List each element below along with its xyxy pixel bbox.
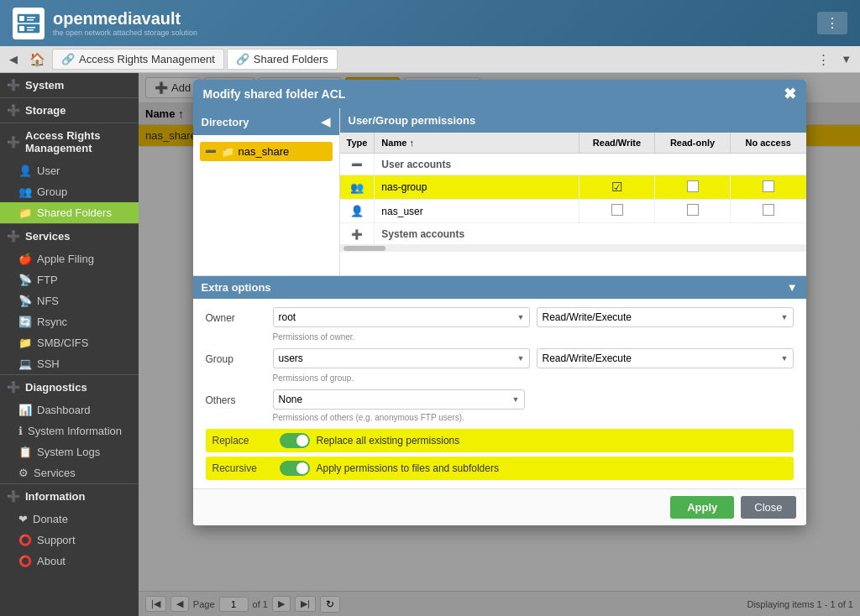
sidebar-item-nfs-label: NFS (37, 295, 59, 307)
sidebar-item-rsync[interactable]: 🔄 Rsync (0, 311, 139, 332)
sidebar-item-ssh[interactable]: 💻 SSH (0, 353, 139, 374)
sidebar: ➕ System ➕ Storage ➕ Access Rights Manag… (0, 73, 139, 616)
noaccess-col-header: No access (731, 133, 806, 154)
sidebar-item-user-label: User (37, 164, 60, 177)
sidebar-item-services-diag[interactable]: ⚙ Services (0, 462, 139, 483)
perm-panel-header: User/Group permissions (340, 108, 806, 133)
tab-home[interactable]: 🏠 (23, 52, 52, 67)
sidebar-item-support[interactable]: ⭕ Support (0, 530, 139, 551)
unchecked-na-icon (763, 204, 774, 216)
system-accounts-icon-cell: ➕ (340, 223, 375, 245)
owner-hint: Permissions of owner. (206, 332, 794, 342)
sidebar-item-donate[interactable]: ❤ Donate (0, 509, 139, 530)
sidebar-item-ftp-label: FTP (37, 274, 58, 286)
owner-row: Owner root admin ▼ (206, 307, 794, 327)
sidebar-item-shared-folders-label: Shared Folders (37, 206, 112, 219)
owner-select-wrapper: root admin ▼ (273, 307, 530, 327)
apply-button[interactable]: Apply (670, 496, 734, 519)
perm-row-nas-user-noaccess[interactable] (731, 200, 806, 223)
perm-row-nas-group-type: 👥 (340, 175, 375, 200)
sidebar-item-about[interactable]: ⭕ About (0, 551, 139, 572)
brand-name: openmediavault (53, 9, 197, 29)
close-button[interactable]: Close (741, 496, 795, 519)
owner-perm-select[interactable]: Read/Write/Execute (537, 307, 794, 327)
group-fields: users admins ▼ Read/Write/Execute (273, 348, 794, 368)
tab-options-button[interactable]: ⋮ (813, 52, 834, 67)
perm-table: Type Name ↑ Read/Write Read-only No acce… (340, 133, 806, 245)
perm-scroll-thumb[interactable] (343, 246, 385, 251)
tab-access-rights-icon: 🔗 (61, 53, 75, 65)
owner-select[interactable]: root admin (273, 307, 530, 327)
tab-access-rights[interactable]: 🔗 Access Rights Management (52, 49, 224, 70)
sidebar-group-diagnostics[interactable]: ➕ Diagnostics (0, 375, 139, 399)
sidebar-item-smb-label: SMB/CIFS (37, 337, 88, 349)
replace-label: Replace (212, 435, 280, 446)
perm-row-nas-user-type: 👤 (340, 200, 375, 223)
information-expand-icon: ➕ (7, 490, 20, 503)
sidebar-item-services-diag-label: Services (34, 467, 76, 479)
user-icon: 👤 (18, 164, 32, 177)
group-hint: Permissions of group. (206, 373, 794, 383)
perm-row-nas-user-ro[interactable] (655, 200, 731, 223)
sidebar-item-apple-filing-label: Apple Filing (37, 253, 94, 265)
sidebar-group-storage[interactable]: ➕ Storage (0, 98, 139, 123)
group-perm-select[interactable]: Read/Write/Execute (537, 348, 794, 368)
sidebar-group-system[interactable]: ➕ System (0, 73, 139, 97)
donate-icon: ❤ (18, 513, 28, 525)
sidebar-item-system-info[interactable]: ℹ System Information (0, 420, 139, 441)
perm-row-nas-group-noaccess[interactable] (731, 175, 806, 200)
sidebar-item-system-logs[interactable]: 📋 System Logs (0, 441, 139, 462)
sidebar-item-group[interactable]: 👥 Group (0, 181, 139, 202)
others-select[interactable]: None Read-only Read/Write/Execute (273, 389, 525, 410)
sidebar-item-ftp[interactable]: 📡 FTP (0, 269, 139, 290)
tab-more-actions: ⋮ ▼ (813, 52, 856, 67)
sidebar-group-services[interactable]: ➕ Services (0, 224, 139, 248)
recursive-toggle[interactable] (280, 461, 310, 476)
modal: Modify shared folder ACL ✖ Directory ◀ (193, 80, 806, 525)
tab-shared-folders[interactable]: 🔗 Shared Folders (227, 49, 338, 70)
replace-toggle[interactable] (280, 433, 310, 448)
sidebar-item-apple-filing[interactable]: 🍎 Apple Filing (0, 248, 139, 269)
sidebar-item-support-label: Support (37, 534, 76, 546)
modal-close-button[interactable]: ✖ (784, 86, 796, 102)
group-perm-wrapper: Read/Write/Execute ▼ (537, 348, 794, 368)
perm-row-nas-user-name: nas_user (375, 200, 579, 223)
recursive-toggle-knob (296, 462, 308, 474)
main-layout: ➕ System ➕ Storage ➕ Access Rights Manag… (0, 73, 860, 616)
perm-row-nas-group-rw[interactable]: ☑ (579, 175, 655, 200)
dashboard-icon: 📊 (18, 404, 32, 416)
others-hint: Permissions of others (e.g. anonymous FT… (206, 413, 794, 422)
extra-options-section: Extra options ▼ Owner root (193, 276, 806, 488)
extra-options-bar[interactable]: Extra options ▼ (193, 276, 806, 299)
sidebar-item-ssh-label: SSH (37, 358, 60, 370)
diagnostics-expand-icon: ➕ (7, 381, 20, 394)
svg-rect-3 (19, 26, 24, 31)
group-select[interactable]: users admins (273, 348, 530, 368)
recursive-label: Recursive (212, 462, 280, 474)
system-accounts-section: ➕ System accounts (340, 223, 806, 245)
dir-item-nas-share[interactable]: ➖ 📁 nas_share (200, 142, 333, 161)
sidebar-item-dashboard[interactable]: 📊 Dashboard (0, 399, 139, 420)
sidebar-item-smb[interactable]: 📁 SMB/CIFS (0, 332, 139, 353)
sidebar-group-access[interactable]: ➕ Access Rights Management (0, 123, 139, 160)
recursive-text: Apply permissions to files and subfolder… (317, 462, 499, 474)
sidebar-item-nfs[interactable]: 📡 NFS (0, 290, 139, 311)
rsync-icon: 🔄 (18, 316, 32, 328)
modal-title: Modify shared folder ACL (203, 87, 346, 101)
perm-row-nas-group-ro[interactable] (655, 175, 731, 200)
perm-panel: User/Group permissions Type Name ↑ Read/… (340, 108, 806, 275)
extra-options-body: Owner root admin ▼ (193, 299, 806, 488)
dir-collapse-icon: ➖ (205, 146, 217, 157)
tab-expand-button[interactable]: ▼ (836, 52, 856, 67)
sidebar-item-user[interactable]: 👤 User (0, 160, 139, 181)
user-type-icon: 👤 (350, 205, 364, 217)
tab-nav-back[interactable]: ◀ (4, 53, 23, 65)
perm-row-nas-user-rw[interactable] (579, 200, 655, 223)
dir-panel-collapse-button[interactable]: ◀ (321, 114, 331, 129)
user-accounts-icon-cell: ➖ (340, 154, 375, 175)
sidebar-item-shared-folders[interactable]: 📁 Shared Folders (0, 202, 139, 223)
sidebar-group-information[interactable]: ➕ Information (0, 484, 139, 509)
replace-text: Replace all existing permissions (317, 435, 460, 446)
more-menu-button[interactable]: ⋮ (817, 12, 847, 34)
sidebar-item-system-logs-label: System Logs (37, 446, 100, 458)
